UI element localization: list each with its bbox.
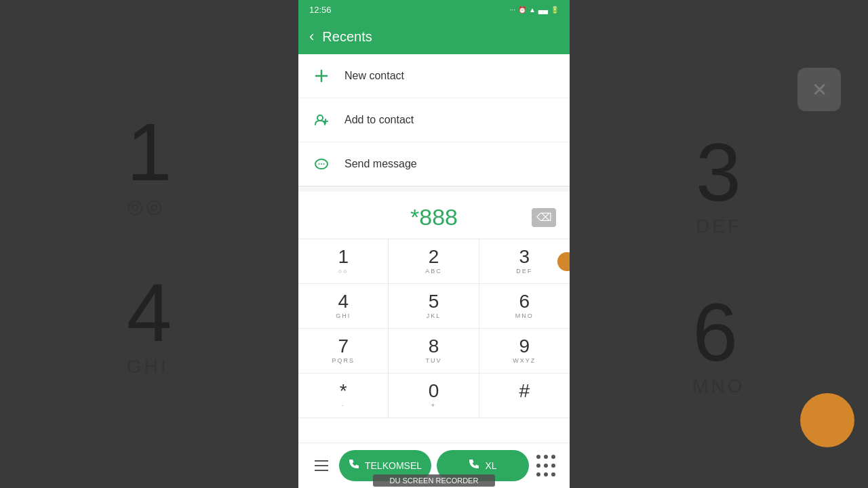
key-9-letters: WXYZ: [513, 357, 536, 365]
dot-3: [551, 455, 555, 459]
dot-2: [544, 455, 548, 459]
key-2[interactable]: 2 ABC: [389, 239, 479, 284]
key-2-letters: ABC: [425, 268, 442, 275]
xl-label: XL: [485, 460, 496, 471]
add-to-contact-label: Add to contact: [344, 114, 414, 126]
xl-call-icon: [469, 459, 479, 472]
divider: [298, 186, 570, 192]
signal-dots-icon: ···: [510, 6, 515, 14]
background-right: 3 DEF 6 MNO: [570, 0, 868, 488]
status-time: 12:56: [309, 5, 332, 15]
wifi-icon: ▲: [529, 6, 536, 14]
keypad: 1 ○○ 2 ABC 3 DEF 4 GHI 5 JKL 6: [298, 239, 570, 418]
bg-num-1: 1: [127, 111, 172, 192]
key-8[interactable]: 8 TUV: [389, 329, 479, 373]
menu-overlay: New contact Add to contact: [298, 54, 570, 186]
phone-frame: 12:56 ··· ⏰ ▲ ▄▄ 🔋 ‹ Recents New contact: [298, 0, 570, 488]
key-star[interactable]: * ·: [298, 373, 389, 418]
key-5[interactable]: 5 JKL: [389, 284, 479, 329]
svg-point-6: [319, 163, 320, 165]
status-bar: 12:56 ··· ⏰ ▲ ▄▄ 🔋: [298, 0, 570, 19]
key-2-num: 2: [429, 247, 439, 266]
key-6-letters: MNO: [515, 312, 534, 320]
menu-bar-2: [315, 465, 328, 466]
bg-num-4: 4: [127, 272, 172, 353]
grid-dots-button[interactable]: [534, 453, 559, 478]
key-7-num: 7: [338, 337, 349, 356]
alarm-icon: ⏰: [518, 6, 526, 14]
svg-point-2: [317, 115, 323, 121]
bg-sub-3: DEF: [696, 216, 742, 237]
send-message-label: Send message: [344, 158, 417, 170]
menu-bar-3: [315, 470, 328, 471]
bg-sub-4: GHI: [127, 356, 172, 378]
dot-9: [551, 472, 555, 476]
key-5-letters: JKL: [427, 312, 441, 320]
key-4[interactable]: 4 GHI: [298, 284, 389, 329]
key-6-num: 6: [519, 292, 530, 311]
dot-6: [551, 464, 555, 468]
display-row: *888: [298, 192, 570, 239]
new-contact-item[interactable]: New contact: [298, 54, 570, 98]
key-9[interactable]: 9 WXYZ: [479, 329, 570, 373]
bg-num-6: 6: [692, 291, 745, 373]
key-7[interactable]: 7 PQRS: [298, 329, 389, 373]
telkomsel-call-icon: [349, 459, 359, 472]
key-0-num: 0: [429, 382, 439, 401]
key-3-orange-badge: [557, 252, 570, 271]
key-star-letters: ·: [342, 402, 345, 409]
bg-sub-6: MNO: [692, 375, 745, 397]
bg-sub-1: ◎◎: [127, 195, 172, 218]
dot-4: [536, 464, 540, 468]
bg-orange-circle: [800, 393, 854, 447]
add-to-contact-icon: [312, 110, 331, 129]
key-star-num: *: [340, 382, 347, 401]
key-0-letters: +: [431, 402, 436, 409]
send-message-icon: [312, 155, 331, 174]
key-1-letters: ○○: [338, 268, 349, 275]
key-1[interactable]: 1 ○○: [298, 239, 389, 284]
dot-8: [544, 472, 548, 476]
key-9-num: 9: [519, 337, 530, 356]
dot-7: [536, 472, 540, 476]
key-7-letters: PQRS: [332, 357, 355, 365]
key-8-letters: TUV: [425, 357, 441, 365]
key-1-num: 1: [338, 247, 349, 266]
header-title: Recents: [322, 29, 372, 45]
key-3-letters: DEF: [516, 268, 532, 275]
key-6[interactable]: 6 MNO: [479, 284, 570, 329]
add-to-contact-item[interactable]: Add to contact: [298, 98, 570, 142]
signal-bars-icon: ▄▄: [538, 6, 548, 14]
key-4-num: 4: [338, 292, 349, 311]
header: ‹ Recents: [298, 19, 570, 54]
recorder-badge: DU SCREEN RECORDER: [373, 474, 495, 487]
svg-point-7: [321, 163, 322, 165]
key-hash[interactable]: #: [479, 373, 570, 418]
dot-1: [536, 455, 540, 459]
key-hash-num: #: [519, 382, 530, 401]
send-message-item[interactable]: Send message: [298, 142, 570, 186]
bg-close-icon: [797, 68, 841, 111]
key-3-num: 3: [519, 247, 530, 266]
key-3[interactable]: 3 DEF: [479, 239, 570, 284]
status-icons: ··· ⏰ ▲ ▄▄ 🔋: [510, 6, 559, 14]
backspace-button[interactable]: [532, 208, 556, 227]
dialer-area: *888 1 ○○ 2 ABC 3 DEF 4 GHI: [298, 192, 570, 443]
new-contact-icon: [312, 66, 331, 85]
key-0[interactable]: 0 +: [389, 373, 479, 418]
key-4-letters: GHI: [336, 312, 351, 320]
battery-icon: 🔋: [551, 6, 559, 14]
telkomsel-label: TELKOMSEL: [365, 460, 422, 471]
key-5-num: 5: [429, 292, 439, 311]
dot-5: [544, 464, 548, 468]
bg-num-3: 3: [696, 131, 742, 213]
background-left: 1 ◎◎ 4 GHI: [0, 0, 298, 488]
svg-point-8: [323, 163, 325, 165]
menu-bars-button[interactable]: [309, 453, 334, 478]
key-8-num: 8: [429, 337, 439, 356]
menu-bar-1: [315, 460, 328, 462]
new-contact-label: New contact: [344, 70, 404, 82]
back-button[interactable]: ‹: [309, 28, 314, 45]
display-number: *888: [312, 204, 556, 230]
